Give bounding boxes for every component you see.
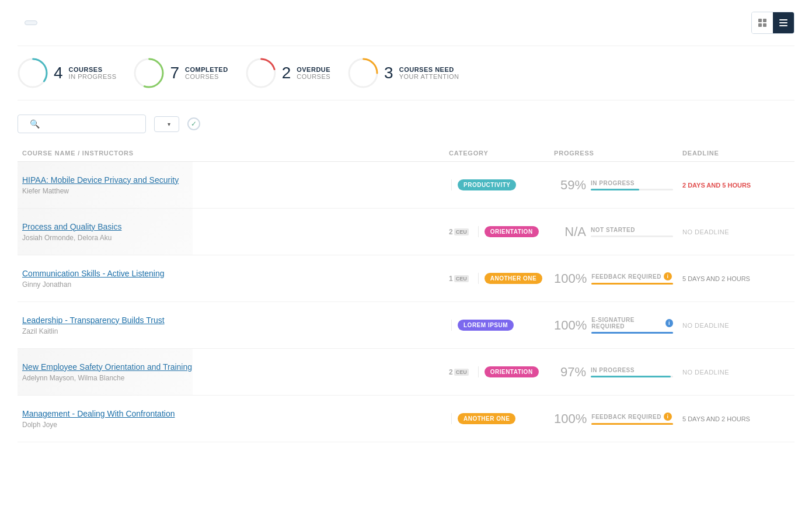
progress-info-5: FEEDBACK REQUIRED i <box>591 413 673 425</box>
progress-pct-3: 100% <box>554 318 587 333</box>
stat-item-1: 7 COMPLETED COURSES <box>134 58 228 88</box>
category-cell-5: ANOTHER ONE <box>444 413 549 424</box>
category-badge-0: PRODUCTIVITY <box>458 179 516 190</box>
progress-info-1: NOT STARTED <box>591 227 673 237</box>
course-info-5: Management - Dealing With Confrontation … <box>18 409 444 429</box>
progress-cell-2: 100% FEEDBACK REQUIRED i <box>549 271 678 286</box>
header-col-0: COURSE NAME / INSTRUCTORS <box>18 150 444 157</box>
table-row: HIPAA: Mobile Device Privacy and Securit… <box>18 162 794 209</box>
stat-labels-2: OVERDUE COURSES <box>297 66 330 80</box>
list-view-button[interactable] <box>773 12 794 33</box>
search-box[interactable]: 🔍 <box>18 115 146 133</box>
deadline-value-1: NO DEADLINE <box>682 228 729 235</box>
progress-row-4: 97% IN PROGRESS <box>554 365 673 380</box>
stat-label-bot-1: COURSES <box>185 73 228 80</box>
category-cell-2: 1 CEU ANOTHER ONE <box>444 273 549 284</box>
progress-pct-1: N/A <box>554 224 586 240</box>
deadline-cell-1: NO DEADLINE <box>678 228 794 236</box>
category-cell-3: LOREM IPSUM <box>444 320 549 331</box>
category-cell-0: PRODUCTIVITY <box>444 179 549 190</box>
category-badge-5: ANOTHER ONE <box>458 413 515 424</box>
svg-rect-2 <box>758 23 762 27</box>
stat-number-1: 7 <box>170 64 179 82</box>
table-row: Process and Quality Basics Josiah Ormond… <box>18 209 794 255</box>
course-instructors-3: Zazil Kaitlin <box>22 327 440 335</box>
progress-status-1: NOT STARTED <box>591 227 673 233</box>
course-instructors-5: Dolph Joye <box>22 421 440 429</box>
row-background <box>18 162 193 208</box>
progress-bar-bg-3 <box>591 332 673 334</box>
ceu-badge-2: 1 CEU <box>449 275 469 283</box>
category-badge-4: ORIENTATION <box>485 366 539 377</box>
stat-item-3: 3 COURSES NEED YOUR ATTENTION <box>348 58 459 88</box>
ceu-badge-4: 2 CEU <box>449 368 469 376</box>
divider <box>451 413 452 424</box>
header-left <box>18 20 37 25</box>
stat-circle-0 <box>18 58 48 88</box>
category-filter-dropdown[interactable]: ▾ <box>154 116 179 132</box>
deadline-value-3: NO DEADLINE <box>682 322 729 329</box>
progress-bar-fill-5 <box>591 423 673 425</box>
category-badge-2: ANOTHER ONE <box>485 273 542 284</box>
search-icon: 🔍 <box>30 119 40 129</box>
info-dot-2: i <box>664 272 672 280</box>
progress-row-1: N/A NOT STARTED <box>554 224 673 240</box>
category-cell-4: 2 CEU ORIENTATION <box>444 366 549 377</box>
stat-circle-2 <box>246 58 276 88</box>
stat-number-2: 2 <box>282 64 291 82</box>
deadline-cell-5: 5 DAYS AND 2 HOURS <box>678 415 794 423</box>
svg-rect-1 <box>763 19 766 22</box>
progress-info-3: E-SIGNATURE REQUIRED i <box>591 317 673 334</box>
progress-status-5: FEEDBACK REQUIRED i <box>591 413 673 421</box>
info-dot-3: i <box>665 319 673 327</box>
course-name-5[interactable]: Management - Dealing With Confrontation <box>22 409 440 418</box>
divider <box>478 226 479 237</box>
stat-label-bot-2: COURSES <box>297 73 330 80</box>
progress-bar-bg-1 <box>591 235 673 237</box>
page-header <box>18 12 794 34</box>
deadline-value-5: 5 DAYS AND 2 HOURS <box>682 415 750 422</box>
divider <box>451 179 452 190</box>
progress-info-4: IN PROGRESS <box>591 367 673 377</box>
table-header: COURSE NAME / INSTRUCTORSCATEGORYPROGRES… <box>18 145 794 162</box>
stat-number-3: 3 <box>384 64 393 82</box>
stat-number-0: 4 <box>54 64 63 82</box>
courses-table: COURSE NAME / INSTRUCTORSCATEGORYPROGRES… <box>18 145 794 442</box>
category-cell-1: 2 CEU ORIENTATION <box>444 226 549 237</box>
deadline-value-2: 5 DAYS AND 2 HOURS <box>682 275 750 282</box>
stat-labels-1: COMPLETED COURSES <box>185 66 228 80</box>
course-name-2[interactable]: Communication Skills - Active Listening <box>22 269 440 278</box>
svg-rect-0 <box>758 19 762 22</box>
grid-view-button[interactable] <box>752 12 773 33</box>
svg-rect-3 <box>763 23 766 27</box>
svg-rect-6 <box>779 25 787 26</box>
stat-label-bot-3: YOUR ATTENTION <box>399 73 459 80</box>
deadline-cell-0: 2 DAYS AND 5 HOURS <box>678 181 794 189</box>
progress-bar-bg-2 <box>591 283 673 285</box>
progress-cell-4: 97% IN PROGRESS <box>549 365 678 380</box>
training-paths-check-icon: ✓ <box>187 117 200 130</box>
filters-row: 🔍 ▾ ✓ <box>18 115 794 133</box>
progress-cell-1: N/A NOT STARTED <box>549 224 678 240</box>
deadline-value-4: NO DEADLINE <box>682 369 729 376</box>
progress-status-0: IN PROGRESS <box>591 180 673 186</box>
table-row: Management - Dealing With Confrontation … <box>18 396 794 442</box>
divider <box>478 273 479 284</box>
stat-label-bot-0: IN PROGRESS <box>69 73 117 80</box>
progress-bar-bg-0 <box>591 189 673 190</box>
training-paths-toggle[interactable]: ✓ <box>187 117 205 130</box>
stat-circle-3 <box>348 58 378 88</box>
course-info-2: Communication Skills - Active Listening … <box>18 269 444 289</box>
progress-bar-fill-2 <box>591 283 673 285</box>
stat-label-top-3: COURSES NEED <box>399 66 459 73</box>
stat-labels-3: COURSES NEED YOUR ATTENTION <box>399 66 459 80</box>
stat-item-0: 4 COURSES IN PROGRESS <box>18 58 116 88</box>
row-background <box>18 349 193 395</box>
course-instructors-2: Ginny Jonathan <box>22 280 440 289</box>
progress-status-3: E-SIGNATURE REQUIRED i <box>591 317 673 330</box>
stat-item-2: 2 OVERDUE COURSES <box>246 58 330 88</box>
course-name-3[interactable]: Leadership - Transparency Builds Trust <box>22 316 440 325</box>
table-body: HIPAA: Mobile Device Privacy and Securit… <box>18 162 794 442</box>
divider <box>451 320 452 331</box>
header-col-1: CATEGORY <box>444 150 549 157</box>
